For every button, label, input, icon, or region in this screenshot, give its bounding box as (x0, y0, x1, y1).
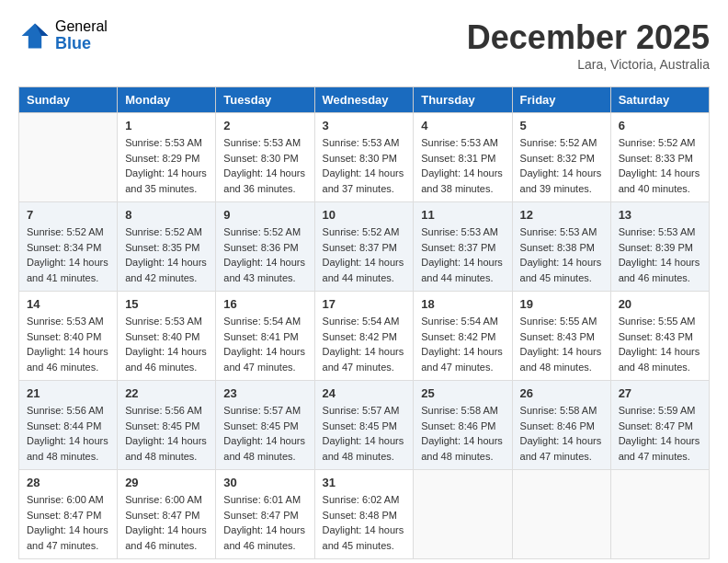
weekday-header-row: SundayMondayTuesdayWednesdayThursdayFrid… (19, 87, 710, 113)
calendar-cell: 24Sunrise: 5:57 AM Sunset: 8:45 PM Dayli… (314, 381, 414, 470)
day-number: 16 (223, 297, 306, 311)
day-number: 5 (520, 119, 603, 132)
day-number: 2 (223, 119, 306, 132)
weekday-header-wednesday: Wednesday (314, 87, 414, 113)
day-info: Sunrise: 6:00 AM Sunset: 8:47 PM Dayligh… (125, 492, 208, 553)
day-info: Sunrise: 5:53 AM Sunset: 8:30 PM Dayligh… (323, 135, 406, 196)
calendar-cell: 22Sunrise: 5:56 AM Sunset: 8:45 PM Dayli… (118, 381, 216, 470)
day-number: 8 (125, 208, 208, 222)
day-number: 18 (421, 297, 504, 311)
calendar-cell: 20Sunrise: 5:55 AM Sunset: 8:43 PM Dayli… (610, 292, 709, 381)
day-number: 6 (619, 119, 701, 132)
week-row-5: 28Sunrise: 6:00 AM Sunset: 8:47 PM Dayli… (19, 470, 710, 559)
day-info: Sunrise: 5:52 AM Sunset: 8:36 PM Dayligh… (223, 224, 306, 285)
logo-general: General (55, 18, 108, 35)
day-number: 17 (323, 297, 406, 311)
day-number: 12 (520, 208, 603, 222)
day-info: Sunrise: 5:57 AM Sunset: 8:45 PM Dayligh… (223, 403, 306, 464)
day-number: 13 (619, 208, 701, 222)
day-info: Sunrise: 5:58 AM Sunset: 8:46 PM Dayligh… (520, 403, 603, 464)
calendar-cell: 29Sunrise: 6:00 AM Sunset: 8:47 PM Dayli… (118, 470, 216, 559)
month-title: December 2025 (467, 18, 710, 57)
day-number: 15 (125, 297, 208, 311)
calendar-cell: 7Sunrise: 5:52 AM Sunset: 8:34 PM Daylig… (19, 202, 118, 292)
calendar-cell: 21Sunrise: 5:56 AM Sunset: 8:44 PM Dayli… (19, 381, 118, 470)
calendar-cell: 6Sunrise: 5:52 AM Sunset: 8:33 PM Daylig… (610, 113, 709, 202)
calendar-cell (512, 470, 610, 559)
day-info: Sunrise: 5:54 AM Sunset: 8:42 PM Dayligh… (323, 314, 406, 374)
calendar-cell: 5Sunrise: 5:52 AM Sunset: 8:32 PM Daylig… (512, 113, 610, 202)
calendar: SundayMondayTuesdayWednesdayThursdayFrid… (18, 86, 710, 559)
weekday-header-thursday: Thursday (414, 87, 512, 113)
logo-blue: Blue (55, 35, 108, 53)
calendar-cell: 28Sunrise: 6:00 AM Sunset: 8:47 PM Dayli… (19, 470, 118, 559)
location: Lara, Victoria, Australia (467, 57, 710, 72)
day-number: 9 (223, 208, 306, 222)
day-info: Sunrise: 5:52 AM Sunset: 8:33 PM Dayligh… (619, 135, 701, 196)
day-info: Sunrise: 5:54 AM Sunset: 8:41 PM Dayligh… (223, 314, 306, 374)
calendar-cell: 11Sunrise: 5:53 AM Sunset: 8:37 PM Dayli… (414, 202, 512, 292)
day-number: 14 (27, 297, 109, 311)
day-info: Sunrise: 5:57 AM Sunset: 8:45 PM Dayligh… (323, 403, 406, 464)
day-info: Sunrise: 5:58 AM Sunset: 8:46 PM Dayligh… (421, 403, 504, 464)
calendar-cell (19, 113, 118, 202)
logo: General Blue (18, 18, 108, 52)
calendar-cell (414, 470, 512, 559)
day-info: Sunrise: 5:53 AM Sunset: 8:38 PM Dayligh… (520, 224, 603, 285)
day-number: 4 (421, 119, 504, 132)
calendar-cell: 9Sunrise: 5:52 AM Sunset: 8:36 PM Daylig… (216, 202, 314, 292)
day-number: 30 (223, 476, 306, 489)
calendar-cell: 14Sunrise: 5:53 AM Sunset: 8:40 PM Dayli… (19, 292, 118, 381)
day-info: Sunrise: 5:52 AM Sunset: 8:35 PM Dayligh… (125, 224, 208, 285)
day-number: 19 (520, 297, 603, 311)
calendar-cell: 23Sunrise: 5:57 AM Sunset: 8:45 PM Dayli… (216, 381, 314, 470)
calendar-body: 1Sunrise: 5:53 AM Sunset: 8:29 PM Daylig… (19, 113, 710, 559)
weekday-header-tuesday: Tuesday (216, 87, 314, 113)
day-info: Sunrise: 5:54 AM Sunset: 8:42 PM Dayligh… (421, 314, 504, 374)
day-info: Sunrise: 6:00 AM Sunset: 8:47 PM Dayligh… (27, 492, 109, 553)
calendar-cell: 12Sunrise: 5:53 AM Sunset: 8:38 PM Dayli… (512, 202, 610, 292)
day-number: 27 (619, 386, 701, 400)
weekday-header-monday: Monday (118, 87, 216, 113)
day-number: 1 (125, 119, 208, 132)
calendar-header: SundayMondayTuesdayWednesdayThursdayFrid… (19, 87, 710, 113)
day-info: Sunrise: 5:53 AM Sunset: 8:40 PM Dayligh… (125, 314, 208, 374)
day-number: 10 (323, 208, 406, 222)
day-info: Sunrise: 6:02 AM Sunset: 8:48 PM Dayligh… (323, 492, 406, 553)
calendar-cell: 25Sunrise: 5:58 AM Sunset: 8:46 PM Dayli… (414, 381, 512, 470)
logo-text: General Blue (55, 18, 108, 52)
day-info: Sunrise: 5:56 AM Sunset: 8:45 PM Dayligh… (125, 403, 208, 464)
week-row-3: 14Sunrise: 5:53 AM Sunset: 8:40 PM Dayli… (19, 292, 710, 381)
day-info: Sunrise: 5:55 AM Sunset: 8:43 PM Dayligh… (619, 314, 701, 374)
day-info: Sunrise: 5:56 AM Sunset: 8:44 PM Dayligh… (27, 403, 109, 464)
day-number: 23 (223, 386, 306, 400)
calendar-cell: 4Sunrise: 5:53 AM Sunset: 8:31 PM Daylig… (414, 113, 512, 202)
day-number: 11 (421, 208, 504, 222)
day-info: Sunrise: 5:53 AM Sunset: 8:31 PM Dayligh… (421, 135, 504, 196)
day-info: Sunrise: 5:59 AM Sunset: 8:47 PM Dayligh… (619, 403, 701, 464)
calendar-cell: 27Sunrise: 5:59 AM Sunset: 8:47 PM Dayli… (610, 381, 709, 470)
day-number: 21 (27, 386, 109, 400)
day-info: Sunrise: 5:53 AM Sunset: 8:40 PM Dayligh… (27, 314, 109, 374)
day-number: 31 (323, 476, 406, 489)
day-info: Sunrise: 5:53 AM Sunset: 8:30 PM Dayligh… (223, 135, 306, 196)
day-number: 24 (323, 386, 406, 400)
page-header: General Blue December 2025 Lara, Victori… (18, 18, 710, 72)
week-row-4: 21Sunrise: 5:56 AM Sunset: 8:44 PM Dayli… (19, 381, 710, 470)
week-row-1: 1Sunrise: 5:53 AM Sunset: 8:29 PM Daylig… (19, 113, 710, 202)
day-info: Sunrise: 5:53 AM Sunset: 8:29 PM Dayligh… (125, 135, 208, 196)
calendar-cell: 16Sunrise: 5:54 AM Sunset: 8:41 PM Dayli… (216, 292, 314, 381)
weekday-header-sunday: Sunday (19, 87, 118, 113)
calendar-cell: 13Sunrise: 5:53 AM Sunset: 8:39 PM Dayli… (610, 202, 709, 292)
calendar-cell: 15Sunrise: 5:53 AM Sunset: 8:40 PM Dayli… (118, 292, 216, 381)
weekday-header-friday: Friday (512, 87, 610, 113)
calendar-cell: 17Sunrise: 5:54 AM Sunset: 8:42 PM Dayli… (314, 292, 414, 381)
day-info: Sunrise: 5:52 AM Sunset: 8:37 PM Dayligh… (323, 224, 406, 285)
calendar-cell (610, 470, 709, 559)
logo-icon (18, 19, 51, 52)
day-info: Sunrise: 6:01 AM Sunset: 8:47 PM Dayligh… (223, 492, 306, 553)
week-row-2: 7Sunrise: 5:52 AM Sunset: 8:34 PM Daylig… (19, 202, 710, 292)
day-number: 3 (323, 119, 406, 132)
calendar-cell: 19Sunrise: 5:55 AM Sunset: 8:43 PM Dayli… (512, 292, 610, 381)
day-number: 28 (27, 476, 109, 489)
